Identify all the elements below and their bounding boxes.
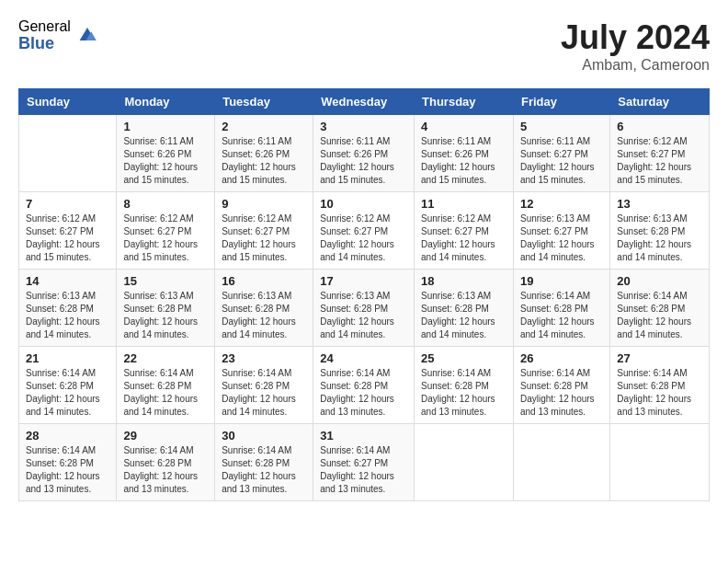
calendar-cell: 22Sunrise: 6:14 AMSunset: 6:28 PMDayligh… [117, 347, 215, 424]
calendar-week-row: 7Sunrise: 6:12 AMSunset: 6:27 PMDaylight… [19, 192, 710, 270]
day-info: Sunrise: 6:13 AMSunset: 6:28 PMDaylight:… [26, 290, 109, 341]
logo-text: General Blue [18, 18, 71, 52]
calendar-body: 1Sunrise: 6:11 AMSunset: 6:26 PMDaylight… [19, 115, 710, 501]
day-number: 8 [123, 197, 208, 211]
day-info: Sunrise: 6:14 AMSunset: 6:28 PMDaylight:… [222, 367, 306, 419]
day-info: Sunrise: 6:14 AMSunset: 6:28 PMDaylight:… [617, 367, 702, 419]
day-number: 6 [617, 120, 702, 133]
calendar-cell: 21Sunrise: 6:14 AMSunset: 6:28 PMDayligh… [19, 347, 117, 424]
calendar-day-header: Thursday [415, 89, 514, 115]
day-info: Sunrise: 6:14 AMSunset: 6:28 PMDaylight:… [320, 367, 407, 419]
day-number: 3 [320, 120, 407, 133]
day-number: 14 [26, 274, 109, 288]
calendar-cell: 10Sunrise: 6:12 AMSunset: 6:27 PMDayligh… [313, 192, 415, 270]
day-info: Sunrise: 6:11 AMSunset: 6:26 PMDaylight:… [320, 135, 407, 187]
calendar-cell: 16Sunrise: 6:13 AMSunset: 6:28 PMDayligh… [215, 270, 313, 347]
day-number: 22 [123, 351, 208, 365]
day-number: 5 [520, 120, 603, 133]
page-header: General Blue July 2024 Ambam, Cameroon [18, 18, 710, 74]
day-number: 23 [222, 351, 306, 365]
calendar-cell: 11Sunrise: 6:12 AMSunset: 6:27 PMDayligh… [415, 192, 514, 270]
logo: General Blue [18, 18, 100, 52]
calendar-cell: 4Sunrise: 6:11 AMSunset: 6:26 PMDaylight… [415, 115, 514, 192]
day-info: Sunrise: 6:12 AMSunset: 6:27 PMDaylight:… [222, 213, 306, 264]
calendar-cell: 25Sunrise: 6:14 AMSunset: 6:28 PMDayligh… [415, 347, 514, 424]
day-number: 18 [421, 274, 506, 288]
day-info: Sunrise: 6:13 AMSunset: 6:28 PMDaylight:… [320, 290, 407, 341]
day-info: Sunrise: 6:14 AMSunset: 6:27 PMDaylight:… [320, 444, 407, 496]
calendar-week-row: 21Sunrise: 6:14 AMSunset: 6:28 PMDayligh… [19, 347, 710, 424]
day-info: Sunrise: 6:13 AMSunset: 6:28 PMDaylight:… [617, 213, 702, 264]
calendar-cell: 12Sunrise: 6:13 AMSunset: 6:27 PMDayligh… [513, 192, 609, 270]
day-number: 31 [320, 429, 407, 442]
calendar-day-header: Saturday [610, 89, 710, 115]
calendar-cell: 2Sunrise: 6:11 AMSunset: 6:26 PMDaylight… [215, 115, 313, 192]
day-number: 11 [421, 197, 506, 211]
calendar-cell: 13Sunrise: 6:13 AMSunset: 6:28 PMDayligh… [610, 192, 710, 270]
calendar-cell: 14Sunrise: 6:13 AMSunset: 6:28 PMDayligh… [19, 270, 117, 347]
day-info: Sunrise: 6:14 AMSunset: 6:28 PMDaylight:… [26, 367, 109, 419]
calendar-cell [415, 424, 514, 501]
day-info: Sunrise: 6:14 AMSunset: 6:28 PMDaylight:… [26, 444, 109, 496]
day-number: 4 [421, 120, 506, 133]
day-number: 1 [123, 120, 208, 133]
day-info: Sunrise: 6:14 AMSunset: 6:28 PMDaylight:… [617, 290, 702, 341]
day-info: Sunrise: 6:13 AMSunset: 6:28 PMDaylight:… [123, 290, 208, 341]
calendar-cell: 8Sunrise: 6:12 AMSunset: 6:27 PMDaylight… [117, 192, 215, 270]
calendar-header-row: SundayMondayTuesdayWednesdayThursdayFrid… [19, 89, 710, 115]
calendar-cell [610, 424, 710, 501]
calendar-day-header: Sunday [19, 89, 117, 115]
calendar-cell: 17Sunrise: 6:13 AMSunset: 6:28 PMDayligh… [313, 270, 415, 347]
day-info: Sunrise: 6:12 AMSunset: 6:27 PMDaylight:… [320, 213, 407, 264]
day-number: 13 [617, 197, 702, 211]
calendar-cell: 20Sunrise: 6:14 AMSunset: 6:28 PMDayligh… [610, 270, 710, 347]
day-number: 7 [26, 197, 109, 211]
calendar-cell: 18Sunrise: 6:13 AMSunset: 6:28 PMDayligh… [415, 270, 514, 347]
calendar-cell: 1Sunrise: 6:11 AMSunset: 6:26 PMDaylight… [117, 115, 215, 192]
day-info: Sunrise: 6:14 AMSunset: 6:28 PMDaylight:… [123, 444, 208, 496]
day-info: Sunrise: 6:12 AMSunset: 6:27 PMDaylight:… [123, 213, 208, 264]
day-number: 20 [617, 274, 702, 288]
day-number: 9 [222, 197, 306, 211]
day-number: 28 [26, 429, 109, 442]
calendar-cell: 15Sunrise: 6:13 AMSunset: 6:28 PMDayligh… [117, 270, 215, 347]
calendar-cell: 29Sunrise: 6:14 AMSunset: 6:28 PMDayligh… [117, 424, 215, 501]
calendar-week-row: 1Sunrise: 6:11 AMSunset: 6:26 PMDaylight… [19, 115, 710, 192]
day-number: 2 [222, 120, 306, 133]
day-info: Sunrise: 6:13 AMSunset: 6:28 PMDaylight:… [421, 290, 506, 341]
calendar-week-row: 28Sunrise: 6:14 AMSunset: 6:28 PMDayligh… [19, 424, 710, 501]
calendar-cell: 9Sunrise: 6:12 AMSunset: 6:27 PMDaylight… [215, 192, 313, 270]
calendar-day-header: Tuesday [215, 89, 313, 115]
day-info: Sunrise: 6:14 AMSunset: 6:28 PMDaylight:… [222, 444, 306, 496]
calendar-cell: 19Sunrise: 6:14 AMSunset: 6:28 PMDayligh… [513, 270, 609, 347]
day-info: Sunrise: 6:11 AMSunset: 6:26 PMDaylight:… [421, 135, 506, 187]
calendar-table: SundayMondayTuesdayWednesdayThursdayFrid… [18, 88, 710, 501]
day-info: Sunrise: 6:13 AMSunset: 6:27 PMDaylight:… [520, 213, 603, 264]
calendar-cell: 30Sunrise: 6:14 AMSunset: 6:28 PMDayligh… [215, 424, 313, 501]
calendar-day-header: Wednesday [313, 89, 415, 115]
logo-general: General [18, 18, 71, 35]
logo-icon [74, 21, 100, 47]
day-number: 29 [123, 429, 208, 442]
calendar-day-header: Friday [513, 89, 609, 115]
location: Ambam, Cameroon [561, 57, 710, 74]
calendar-cell: 3Sunrise: 6:11 AMSunset: 6:26 PMDaylight… [313, 115, 415, 192]
day-info: Sunrise: 6:12 AMSunset: 6:27 PMDaylight:… [421, 213, 506, 264]
calendar-cell: 26Sunrise: 6:14 AMSunset: 6:28 PMDayligh… [513, 347, 609, 424]
day-number: 10 [320, 197, 407, 211]
month-title: July 2024 [561, 18, 710, 57]
day-number: 26 [520, 351, 603, 365]
day-info: Sunrise: 6:11 AMSunset: 6:27 PMDaylight:… [520, 135, 603, 187]
calendar-cell [19, 115, 117, 192]
title-area: July 2024 Ambam, Cameroon [561, 18, 710, 74]
day-info: Sunrise: 6:12 AMSunset: 6:27 PMDaylight:… [26, 213, 109, 264]
day-number: 21 [26, 351, 109, 365]
day-info: Sunrise: 6:11 AMSunset: 6:26 PMDaylight:… [222, 135, 306, 187]
day-info: Sunrise: 6:11 AMSunset: 6:26 PMDaylight:… [123, 135, 208, 187]
calendar-cell: 28Sunrise: 6:14 AMSunset: 6:28 PMDayligh… [19, 424, 117, 501]
day-number: 12 [520, 197, 603, 211]
day-number: 25 [421, 351, 506, 365]
logo-blue: Blue [18, 35, 71, 53]
day-info: Sunrise: 6:12 AMSunset: 6:27 PMDaylight:… [617, 135, 702, 187]
day-number: 24 [320, 351, 407, 365]
